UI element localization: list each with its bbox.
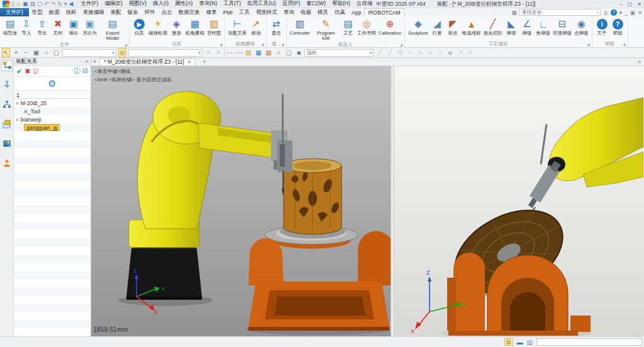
shortcut-key-icon[interactable]: ▦	[511, 9, 516, 16]
tab-inquire[interactable]: 查询	[280, 8, 297, 16]
monitor-icon[interactable]: ▬	[517, 339, 523, 346]
tab-wireframe[interactable]: 线框	[63, 8, 80, 16]
sketch-curve-icon[interactable]: ∿	[416, 48, 424, 57]
timer-icon[interactable]: ○	[274, 48, 282, 57]
tab-shape[interactable]: 造型	[29, 8, 46, 16]
doc-restore-button[interactable]: ▣	[630, 9, 635, 16]
sketch-wave-icon[interactable]: ≈	[466, 48, 474, 57]
new-file-icon[interactable]: ▯	[11, 1, 14, 7]
chevron-down-icon[interactable]: ∨	[16, 101, 19, 106]
status-command-input[interactable]	[536, 338, 642, 346]
folder-filter-icon[interactable]: ▨	[244, 48, 252, 57]
save-as-button[interactable]: ▣另存为	[82, 17, 99, 36]
zoom-in-icon[interactable]: +	[12, 48, 20, 57]
report-doc-icon[interactable]: ▤	[82, 67, 88, 76]
world-clock-icon[interactable]: ◎	[118, 48, 126, 57]
tab-weldment[interactable]: 焊件	[142, 8, 158, 16]
tab-tools[interactable]: 工具	[236, 8, 253, 16]
sketch-line-icon[interactable]: ╱	[375, 48, 384, 57]
menu-cloud[interactable]: 云存储	[354, 0, 375, 8]
menu-tools[interactable]: 工具(T)	[221, 0, 243, 8]
apply-edit-icon[interactable]: ☑	[33, 68, 38, 75]
simulate-button[interactable]: ▶仿真	[131, 17, 147, 36]
viewport-1[interactable]: Z Y X <单击中键>继续. <Shift +鼠标右键> 显示选择过滤器. 1…	[91, 66, 391, 336]
weld-button[interactable]: ◣焊接	[504, 17, 519, 36]
tab-surface[interactable]: 曲面	[46, 8, 63, 16]
config-dropdown[interactable]: ▾	[128, 49, 203, 57]
arc-additive-button[interactable]: ▲电弧增材	[461, 17, 482, 36]
spot-weld-button[interactable]: ◉点焊缝	[573, 17, 590, 36]
weld-seam-button[interactable]: ∠焊缝	[519, 17, 535, 36]
globe-icon[interactable]: ◎	[603, 9, 608, 16]
mechatronics-button[interactable]: ▦机电建模	[184, 17, 206, 36]
import-button[interactable]: ⇩导入	[19, 17, 35, 36]
document-tab[interactable]: * M_20iB变位机钢管程序.Z3 - [11] ✕	[99, 58, 196, 65]
tab-pin-icon[interactable]: +	[93, 59, 96, 65]
save-button[interactable]: ▣保存	[66, 17, 82, 36]
tab-simulation[interactable]: 仿真	[331, 8, 348, 16]
filter-icon[interactable]: ▪	[230, 50, 231, 55]
doc-minimize-button[interactable]: _	[625, 9, 628, 16]
select-arrow-icon[interactable]: ↖	[2, 48, 10, 57]
sketch-arrow-icon[interactable]: ↗	[456, 48, 464, 57]
layers-icon[interactable]: ≡	[214, 48, 223, 57]
about-button[interactable]: i关于	[594, 17, 610, 36]
group-launcher-icon[interactable]: ◢	[623, 42, 625, 46]
menu-view[interactable]: 视图(V)	[126, 0, 149, 8]
tab-repair[interactable]: 修复	[203, 8, 220, 16]
undo-icon[interactable]: ↶	[44, 1, 49, 7]
selected-tree-item[interactable]: gangguan_gj	[24, 124, 60, 131]
close-doc-button[interactable]: ✖关闭	[50, 17, 66, 36]
align-icon[interactable]: ≍	[204, 48, 213, 57]
process-button[interactable]: ▤工艺	[340, 17, 356, 36]
print-icon[interactable]: ▤	[30, 1, 35, 7]
folder-icon[interactable]: ▢	[37, 1, 43, 7]
butt-weld-button[interactable]: ⊟对接焊缝	[552, 17, 573, 36]
tree-item-positioner[interactable]: ∨ bianweiji	[14, 115, 91, 123]
controller-button[interactable]: ▥Controller	[289, 17, 312, 36]
tab-sheet-metal[interactable]: 钣金	[125, 8, 142, 16]
group-launcher-icon[interactable]: ◢	[587, 42, 589, 46]
tree-item-tool[interactable]: A_Tool	[14, 107, 91, 115]
list-header[interactable]: 1	[14, 91, 91, 99]
info-circle-icon[interactable]: ⓘ	[74, 67, 80, 76]
calibration-button[interactable]: ⊕Calibration	[377, 17, 402, 36]
help-button[interactable]: ?帮助	[610, 17, 626, 36]
tab-assembly[interactable]: 装配	[108, 8, 125, 16]
export-model-button[interactable]: ▤Export Model	[98, 17, 127, 42]
menu-inquire[interactable]: 查询(N)	[196, 0, 219, 8]
workspace-button[interactable]: ◎工作空间	[356, 17, 377, 36]
doc-close-button[interactable]: ✕	[638, 9, 642, 16]
tab-visualize[interactable]: 视觉样式	[253, 8, 280, 16]
note-doc-icon[interactable]: ▤	[527, 339, 533, 346]
close-button[interactable]: ✕	[637, 1, 641, 7]
sketch-diamond-icon[interactable]: ◆	[446, 48, 454, 57]
tab-pmi[interactable]: PMI	[220, 8, 236, 16]
communication-button[interactable]: ⇄通信	[269, 17, 284, 36]
viewport-2[interactable]: Z Y X	[394, 66, 644, 336]
menu-window[interactable]: 窗口(W)	[304, 0, 328, 8]
confirm-check-icon[interactable]: ✔	[16, 67, 22, 76]
cancel-x-icon[interactable]: ✖	[25, 67, 30, 76]
normal-direction-dropdown[interactable]: 法向▾	[304, 49, 374, 57]
refresh-icon[interactable]: ↻	[58, 1, 63, 7]
maximize-button[interactable]: ▢	[628, 1, 633, 7]
tab-app[interactable]: App	[348, 8, 364, 16]
filter-icon[interactable]: ▪	[241, 50, 242, 55]
sketch-diamond-icon[interactable]: ◇	[436, 48, 444, 57]
assembly-relations-tab-icon[interactable]	[1, 60, 13, 71]
speaker-icon[interactable]: ◀	[69, 1, 74, 7]
fillet-weld-button[interactable]: ∟角焊缝	[535, 17, 552, 36]
menu-applications[interactable]: 应用(P)	[280, 0, 303, 8]
program-edit-button[interactable]: ✎Program edit	[311, 17, 340, 42]
panel-minimize-icon[interactable]: ▫	[81, 59, 82, 64]
qat-caret-icon[interactable]: ▾	[64, 1, 67, 7]
walkthrough-button[interactable]: ◈漫游	[169, 17, 184, 36]
help-caret-icon[interactable]: ▾	[619, 9, 622, 16]
hierarchy-tab-icon[interactable]	[1, 99, 13, 110]
redo-icon[interactable]: ↷	[51, 1, 56, 7]
command-search-input[interactable]	[519, 9, 596, 15]
scene-filter-icon[interactable]: ▦	[254, 48, 262, 57]
filter-icon[interactable]: ▪	[234, 50, 235, 55]
menu-help[interactable]: 帮助(H)	[330, 0, 353, 8]
